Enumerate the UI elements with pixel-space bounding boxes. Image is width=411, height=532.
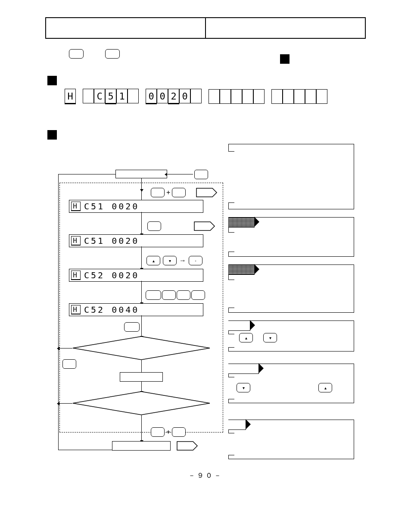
lcd-text: C52 0040 bbox=[84, 305, 139, 315]
pentagon-tab-icon bbox=[177, 441, 198, 451]
lcd-display: H C51 0020 bbox=[69, 200, 203, 213]
section-marker-icon bbox=[47, 130, 57, 140]
flow-line bbox=[141, 315, 142, 336]
seg-char bbox=[220, 89, 231, 104]
flow-line bbox=[141, 360, 142, 372]
seg-char: 1 bbox=[116, 89, 128, 103]
key-icon bbox=[191, 290, 205, 300]
flow-line bbox=[141, 246, 142, 268]
down-key-icon: ▾ bbox=[163, 256, 177, 265]
svg-marker-0 bbox=[196, 188, 217, 197]
flow-line bbox=[141, 178, 142, 189]
down-key-icon: ▾ bbox=[237, 383, 250, 392]
seg-char bbox=[128, 89, 139, 103]
svg-marker-4 bbox=[177, 442, 197, 450]
key-icon bbox=[62, 359, 76, 369]
key-row bbox=[146, 290, 205, 300]
flow-decision bbox=[72, 391, 210, 415]
down-key-icon: ▾ bbox=[263, 333, 277, 342]
up-key-icon: ▴ bbox=[318, 383, 332, 392]
note-box: ▾ ▴ bbox=[228, 364, 354, 403]
seg-char bbox=[294, 89, 305, 104]
flowchart: + H C51 0020 H C51 0020 ▴ ▾ → bbox=[26, 144, 228, 463]
main-area: + H C51 0020 H C51 0020 ▴ ▾ → bbox=[26, 144, 385, 463]
flow-line bbox=[141, 281, 142, 302]
pill-row bbox=[69, 49, 385, 59]
key-combo: + bbox=[151, 188, 186, 197]
key-icon bbox=[146, 290, 161, 300]
flow-process bbox=[112, 441, 171, 451]
lcd-display: H C52 0040 bbox=[69, 303, 203, 316]
key-icon bbox=[151, 188, 165, 197]
flow-line bbox=[59, 348, 72, 348]
seg-char bbox=[316, 89, 327, 104]
flow-line bbox=[141, 212, 142, 233]
header-cell-left bbox=[46, 18, 206, 38]
seg-char: 0 bbox=[157, 89, 168, 103]
flow-line bbox=[167, 174, 193, 174]
seg-char bbox=[271, 89, 283, 104]
up-key-icon: ▴ bbox=[146, 256, 160, 265]
pentagon-tab-icon bbox=[194, 221, 215, 231]
seg-char bbox=[253, 89, 265, 104]
section-marker-icon bbox=[47, 76, 57, 85]
arrow-label: → bbox=[179, 257, 186, 264]
seg-char bbox=[231, 89, 242, 104]
key-icon bbox=[147, 221, 161, 231]
seg-char bbox=[305, 89, 316, 104]
side-notes: ▴ ▾ ▾ ▴ bbox=[228, 144, 362, 463]
mode-indicator: H bbox=[71, 202, 81, 211]
key-icon bbox=[162, 290, 176, 300]
mode-indicator: H bbox=[71, 305, 81, 314]
svg-marker-1 bbox=[194, 222, 215, 230]
key-icon bbox=[177, 290, 190, 300]
segment-display-sample: H C 5 1 0 0 2 0 bbox=[65, 89, 385, 104]
key-row: ▴ ▾ → ◦ bbox=[146, 256, 202, 265]
note-box bbox=[228, 264, 354, 313]
seg-char bbox=[190, 89, 202, 103]
section bbox=[47, 130, 385, 140]
svg-marker-3 bbox=[73, 392, 210, 415]
note-box: ▴ ▾ bbox=[228, 320, 354, 352]
seg-char bbox=[283, 89, 294, 104]
key-icon bbox=[172, 427, 186, 437]
key-icon bbox=[194, 170, 208, 179]
seg-char: 0 bbox=[146, 89, 157, 104]
section-marker-icon bbox=[280, 54, 290, 64]
header-cell-right bbox=[206, 18, 365, 38]
seg-char: C bbox=[94, 89, 105, 103]
key-row bbox=[124, 322, 140, 333]
flow-line bbox=[58, 450, 112, 450]
key-icon bbox=[124, 322, 140, 332]
flow-line bbox=[59, 403, 72, 404]
lcd-display: H C51 0020 bbox=[69, 234, 203, 247]
plus-label: + bbox=[166, 189, 170, 196]
key-icon bbox=[151, 427, 165, 437]
mode-indicator: H bbox=[71, 236, 81, 246]
seg-char bbox=[209, 89, 220, 104]
seg-char bbox=[242, 89, 253, 104]
note-box bbox=[228, 217, 354, 257]
key-row bbox=[147, 221, 161, 233]
flow-line bbox=[58, 174, 59, 450]
lcd-text: C52 0020 bbox=[84, 270, 139, 280]
note-box bbox=[228, 420, 354, 459]
seg-char: H bbox=[65, 89, 76, 104]
lcd-display: H C52 0020 bbox=[69, 269, 203, 282]
flow-line bbox=[141, 189, 142, 200]
header-table bbox=[45, 17, 366, 39]
svg-marker-2 bbox=[73, 336, 210, 360]
pentagon-tab-icon bbox=[196, 188, 218, 197]
note-box bbox=[228, 144, 354, 209]
flow-decision bbox=[72, 336, 210, 360]
flow-process bbox=[120, 372, 163, 382]
lcd-text: C51 0020 bbox=[84, 201, 139, 212]
seg-char bbox=[83, 89, 94, 103]
seg-char: 0 bbox=[179, 89, 190, 103]
flow-process bbox=[115, 170, 167, 178]
seg-char: 2 bbox=[168, 89, 179, 104]
seg-char: 5 bbox=[105, 89, 116, 104]
flow-line bbox=[141, 415, 142, 440]
flow-line bbox=[141, 382, 142, 391]
mode-indicator: H bbox=[71, 271, 81, 280]
